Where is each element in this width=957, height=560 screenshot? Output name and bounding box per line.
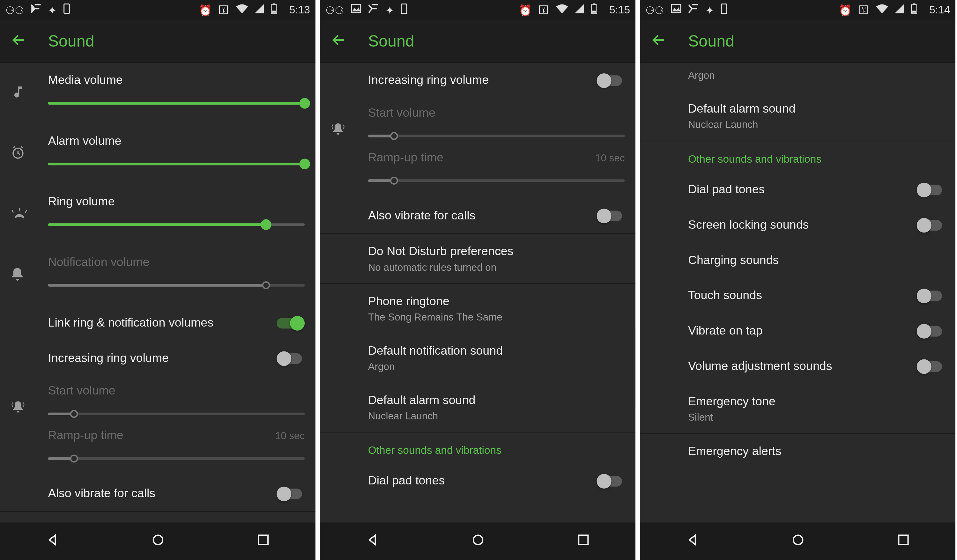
leaf-icon: ✦ <box>705 3 714 16</box>
section-other-sounds: Other sounds and vibrations <box>368 445 625 457</box>
dnd-label: Do Not Disturb preferences <box>368 245 625 259</box>
nav-back-icon[interactable] <box>686 533 700 549</box>
back-icon[interactable] <box>11 32 27 50</box>
argon-tail: Argon <box>688 69 945 81</box>
media-volume-row[interactable]: Media volume <box>48 63 305 123</box>
screen-lock-row[interactable]: Screen locking sounds <box>688 207 917 243</box>
notification-volume-row: Notification volume <box>48 245 305 305</box>
alarm-volume-row[interactable]: Alarm volume <box>48 123 305 184</box>
charging-row[interactable]: Charging sounds <box>688 243 945 278</box>
alarm-icon: ⏰ <box>199 3 212 16</box>
signal-icon <box>254 4 264 16</box>
back-icon[interactable] <box>651 32 667 50</box>
dial-pad-label: Dial pad tones <box>688 183 917 197</box>
emergency-tone-row[interactable]: Emergency tone Silent <box>688 384 945 434</box>
increasing-ring-row[interactable]: Increasing ring volume <box>48 341 276 376</box>
ring-volume-row[interactable]: Ring volume <box>48 184 305 245</box>
svg-rect-6 <box>259 535 268 544</box>
nav-home-icon[interactable] <box>152 533 165 549</box>
nav-recent-icon[interactable] <box>577 534 589 549</box>
also-vibrate-row[interactable]: Also vibrate for calls <box>48 476 276 511</box>
phone-screen-1: ⚆⚆ ✦ ⏰ ⚿ 5:13 Sound Media volume <box>0 0 316 560</box>
settings-list[interactable]: Increasing ring volume Start volume Ramp… <box>320 63 635 522</box>
increasing-ring-switch[interactable] <box>597 73 625 88</box>
settings-list[interactable]: Argon Default alarm sound Nuclear Launch… <box>640 63 955 522</box>
dial-pad-row[interactable]: Dial pad tones <box>688 172 917 207</box>
vibrate-tap-switch[interactable] <box>917 324 945 338</box>
emergency-alerts-row[interactable]: Emergency alerts <box>688 434 945 469</box>
link-volumes-row[interactable]: Link ring & notification volumes <box>48 305 276 341</box>
vibrate-tap-label: Vibrate on tap <box>688 324 917 338</box>
emergency-alerts-label: Emergency alerts <box>688 445 945 459</box>
vf-icon <box>368 4 379 16</box>
status-bar[interactable]: ⚆⚆ ✦ ⏰ ⚿ 5:14 <box>640 0 955 20</box>
default-alarm-row[interactable]: Default alarm sound Nuclear Launch <box>368 383 625 432</box>
svg-rect-14 <box>671 5 681 13</box>
also-vibrate-switch[interactable] <box>276 486 305 501</box>
also-vibrate-label: Also vibrate for calls <box>368 208 597 222</box>
dial-pad-switch[interactable] <box>597 473 625 488</box>
volume-adj-row[interactable]: Volume adjustment sounds <box>688 349 917 384</box>
screen-lock-switch[interactable] <box>917 218 945 232</box>
default-alarm-row[interactable]: Default alarm sound Nuclear Launch <box>688 91 945 140</box>
touch-sounds-row[interactable]: Touch sounds <box>688 278 917 314</box>
link-volumes-switch[interactable] <box>276 316 305 330</box>
dial-pad-switch[interactable] <box>917 182 945 197</box>
section-other-sounds: Other sounds and vibrations <box>688 153 945 166</box>
dnd-row[interactable]: Do Not Disturb preferences No automatic … <box>48 512 305 522</box>
nav-bar <box>640 523 955 560</box>
nav-back-icon[interactable] <box>46 533 60 549</box>
settings-list[interactable]: Media volume Alarm volume Ring volume <box>0 63 316 522</box>
status-bar[interactable]: ⚆⚆ ✦ ⏰ ⚿ 5:15 <box>320 0 635 20</box>
status-bar[interactable]: ⚆⚆ ✦ ⏰ ⚿ 5:13 <box>0 0 316 20</box>
notification-volume-slider <box>48 276 305 295</box>
increasing-ring-label: Increasing ring volume <box>368 73 597 87</box>
touch-sounds-switch[interactable] <box>917 288 945 303</box>
svg-point-5 <box>154 535 163 544</box>
dnd-row[interactable]: Do Not Disturb preferences No automatic … <box>368 234 625 284</box>
svg-rect-8 <box>401 4 407 13</box>
image-icon <box>351 4 361 16</box>
ramp-up-slider <box>368 171 625 190</box>
nav-home-icon[interactable] <box>472 533 485 549</box>
alarm-clock-icon <box>11 145 25 162</box>
charging-label: Charging sounds <box>688 253 945 267</box>
phone-ringtone-label: Phone ringtone <box>368 295 625 309</box>
leaf-icon: ✦ <box>48 3 57 16</box>
dial-pad-label: Dial pad tones <box>368 474 597 488</box>
increasing-ring-label: Increasing ring volume <box>48 351 276 365</box>
also-vibrate-row[interactable]: Also vibrate for calls <box>368 198 597 233</box>
svg-point-12 <box>474 535 483 544</box>
nav-back-icon[interactable] <box>366 533 380 549</box>
ring-volume-slider[interactable] <box>48 215 305 234</box>
svg-rect-10 <box>593 3 595 5</box>
nav-home-icon[interactable] <box>792 533 805 549</box>
vf-icon <box>688 4 699 16</box>
nav-recent-icon[interactable] <box>257 534 269 549</box>
default-notification-row[interactable]: Default notification sound Argon <box>368 333 625 383</box>
media-volume-slider[interactable] <box>48 94 305 113</box>
screen-lock-label: Screen locking sounds <box>688 218 917 232</box>
phone-ringtone-row[interactable]: Phone ringtone The Song Remains The Same <box>368 284 625 333</box>
increasing-ring-switch[interactable] <box>276 351 305 366</box>
alarm-volume-label: Alarm volume <box>48 134 305 148</box>
default-alarm-sublabel: Nuclear Launch <box>688 118 945 130</box>
battery-icon <box>911 3 918 17</box>
increasing-ring-row[interactable]: Increasing ring volume <box>368 63 597 98</box>
ramp-up-value: 10 sec <box>275 430 305 442</box>
touch-sounds-label: Touch sounds <box>688 289 917 303</box>
voicemail-icon: ⚆⚆ <box>5 3 24 16</box>
alarm-volume-slider[interactable] <box>48 155 305 174</box>
nav-recent-icon[interactable] <box>897 534 910 549</box>
media-volume-label: Media volume <box>48 73 305 87</box>
phone-screen-2: ⚆⚆ ✦ ⏰ ⚿ 5:15 Sound Increasing ring volu… <box>320 0 635 560</box>
vibrate-tap-row[interactable]: Vibrate on tap <box>688 313 917 349</box>
volume-adj-switch[interactable] <box>917 359 945 374</box>
ring-icon <box>11 206 28 223</box>
start-volume-label: Start volume <box>48 384 305 398</box>
dial-pad-row[interactable]: Dial pad tones <box>368 463 597 499</box>
back-icon[interactable] <box>331 32 347 50</box>
svg-rect-11 <box>592 11 596 13</box>
also-vibrate-switch[interactable] <box>597 208 625 223</box>
link-volumes-label: Link ring & notification volumes <box>48 316 276 330</box>
